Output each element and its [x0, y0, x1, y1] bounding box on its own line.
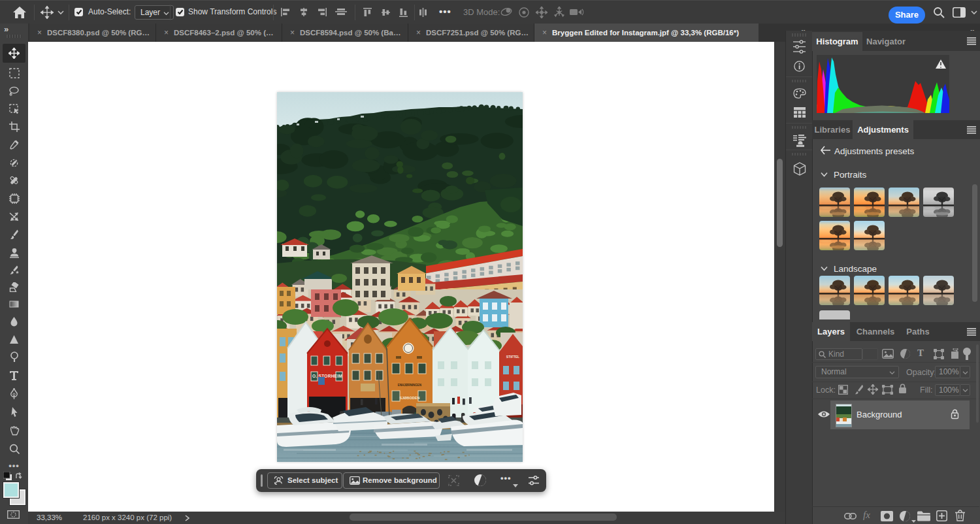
svg-text:STIFTEL: STIFTEL: [506, 355, 519, 359]
svg-text:SJØBODEN: SJØBODEN: [400, 396, 420, 400]
svg-text:ENHJØRNINGEN: ENHJØRNINGEN: [398, 384, 421, 387]
svg-text:O. STORHEIM: O. STORHEIM: [312, 374, 342, 378]
